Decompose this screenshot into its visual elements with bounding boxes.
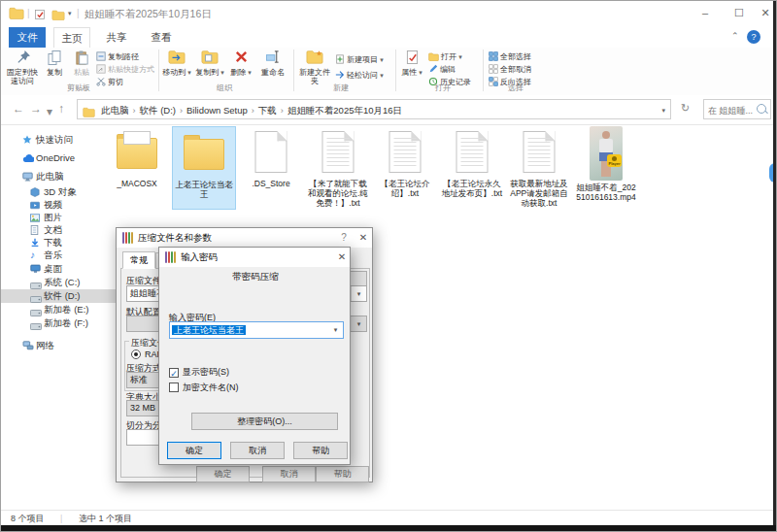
breadcrumb[interactable]: 此电脑›软件 (D:)›Bilidown Setup›下载›姐姐睡不着2025年…: [77, 99, 671, 119]
minimize-button[interactable]: –: [691, 1, 720, 24]
file-tile-laowang-folder[interactable]: 上老王论坛当老王: [172, 126, 236, 210]
easy-access-button[interactable]: 轻松访问 ▾: [335, 69, 391, 82]
copy-path-button[interactable]: 复制路径: [96, 50, 156, 63]
password-help-button[interactable]: 帮助: [293, 442, 348, 459]
folder-open-icon: [117, 138, 157, 169]
rar-cancel-button[interactable]: 取消: [262, 466, 316, 482]
sidebar-item-drive-d[interactable]: 软件 (D:): [1, 289, 116, 303]
qat-separator2: |: [77, 8, 80, 18]
select-all-button[interactable]: 全部选择: [489, 50, 543, 63]
network-icon: [22, 341, 34, 354]
profile-dropdown-icon[interactable]: ▾: [351, 316, 366, 331]
sidebar-item-videos[interactable]: 视频: [1, 198, 116, 212]
rar-tab-general[interactable]: 常规: [122, 251, 155, 269]
group-separator: [483, 50, 484, 91]
password-close-icon[interactable]: ✕: [332, 248, 352, 266]
show-password-checkbox[interactable]: ✓显示密码(S): [169, 366, 229, 379]
crumb-this-pc[interactable]: 此电脑: [101, 105, 129, 116]
tab-view[interactable]: 查看: [143, 27, 180, 48]
password-dialog: 输入密码 ✕ 带密码压缩 输入密码(E) 上老王论坛当老王 ▾ ✓显示密码(S)…: [158, 247, 351, 465]
drive-f-icon: [30, 320, 42, 334]
rename-icon: [256, 50, 289, 68]
sidebar-item-downloads[interactable]: 下载: [1, 236, 116, 249]
title-bar: | ▾ | 姐姐睡不着2025年10月16日 – ☐ ✕: [1, 1, 776, 27]
organize-passwords-button[interactable]: 整理密码(O)...: [191, 413, 338, 430]
rar-help-button[interactable]: 帮助: [316, 466, 369, 482]
sidebar-item-drive-e[interactable]: 新加卷 (E:): [1, 303, 116, 316]
ribbon-tab-row: 文件 主页 共享 查看 ⌃ ?: [1, 27, 776, 49]
password-dialog-titlebar: 输入密码 ✕: [159, 248, 350, 267]
search-box[interactable]: [703, 99, 771, 119]
group-separator: [293, 50, 294, 91]
sidebar-item-quick-access[interactable]: 快速访问: [1, 133, 116, 147]
move-to-button[interactable]: 移动到 ▾: [162, 49, 191, 89]
copy-to-icon: [195, 50, 224, 68]
onedrive-icon: [22, 153, 34, 167]
open-button[interactable]: 打开 ▾: [428, 50, 477, 63]
file-tile-txt-4[interactable]: 获取最新地址及APP请发邮箱自动获取.txt: [507, 126, 571, 210]
select-none-button[interactable]: 全部取消: [489, 63, 543, 76]
edit-button[interactable]: 编辑: [428, 63, 477, 76]
group-separator: [158, 50, 159, 91]
pin-to-quick-access-button[interactable]: 固定到快速访问: [5, 49, 40, 89]
sidebar-item-drive-f[interactable]: 新加卷 (F:): [1, 316, 116, 330]
crumb-downloads[interactable]: 下载: [258, 105, 277, 116]
screen-bottom-edge: [1, 525, 776, 532]
paste-shortcut-button[interactable]: 粘贴快捷方式: [96, 63, 156, 76]
sidebar-item-music[interactable]: ♪ 音乐: [1, 249, 116, 262]
encrypt-names-checkbox[interactable]: 加密文件名(N): [169, 382, 239, 394]
qat-new-folder-icon[interactable]: [51, 7, 65, 24]
tab-share[interactable]: 共享: [98, 27, 135, 48]
file-name: 获取最新地址及APP请发邮箱自动获取.txt: [507, 179, 571, 208]
delete-dropdown: ▾: [248, 69, 252, 76]
sidebar-item-network[interactable]: 网络: [1, 339, 116, 352]
sidebar-item-pictures[interactable]: 图片: [1, 211, 116, 224]
file-tile-dsstore[interactable]: .DS_Store: [239, 126, 303, 210]
qat-properties-icon[interactable]: [34, 7, 46, 24]
sidebar-item-desktop[interactable]: 桌面: [1, 262, 116, 276]
address-dropdown-icon[interactable]: ▾: [661, 107, 665, 115]
text-file-icon: [524, 131, 556, 173]
crumb-current[interactable]: 姐姐睡不着2025年10月16日: [287, 105, 402, 116]
sidebar-item-this-pc[interactable]: 此电脑: [1, 170, 116, 183]
password-input[interactable]: 上老王论坛当老王 ▾: [169, 321, 344, 339]
new-item-dropdown: ▾: [380, 56, 384, 63]
qat-dropdown-icon[interactable]: ▾: [68, 10, 72, 17]
refresh-icon[interactable]: ↻: [681, 102, 690, 115]
file-tile-video[interactable]: Player 姐姐睡不着_202510161613.mp4: [574, 126, 638, 210]
file-tile-txt-3[interactable]: 【老王论坛永久地址发布页】.txt: [440, 126, 504, 210]
forward-icon[interactable]: →: [30, 102, 42, 116]
sidebar-item-documents[interactable]: 文档: [1, 223, 116, 237]
delete-icon: [228, 50, 253, 68]
sidebar-item-3d-objects[interactable]: 3D 对象: [1, 185, 116, 199]
rename-button[interactable]: 重命名: [256, 49, 289, 89]
search-input[interactable]: [708, 106, 757, 116]
rar-help-icon[interactable]: ?: [334, 228, 354, 247]
back-icon[interactable]: ←: [13, 102, 24, 116]
winrar-icon: [122, 232, 134, 244]
crumb-drive-d[interactable]: 软件 (D:): [140, 105, 176, 116]
maximize-button[interactable]: ☐: [725, 1, 754, 24]
password-ok-button[interactable]: 确定: [167, 442, 221, 459]
help-icon[interactable]: ?: [747, 30, 760, 44]
rar-close-icon[interactable]: ✕: [354, 228, 373, 247]
sidebar-item-drive-c[interactable]: 系统 (C:): [1, 276, 116, 289]
tab-home[interactable]: 主页: [53, 27, 90, 48]
collapse-ribbon-icon[interactable]: ⌃: [731, 31, 739, 41]
up-icon[interactable]: ↑: [58, 102, 64, 116]
file-tile-txt-2[interactable]: 【老王论坛介绍】.txt: [373, 126, 437, 210]
archive-name-dropdown-icon[interactable]: ▾: [351, 286, 366, 301]
new-item-button[interactable]: 新建项目 ▾: [335, 53, 391, 66]
crumb-bilidown[interactable]: Bilidown Setup: [186, 105, 248, 116]
file-tile-macosx[interactable]: _MACOSX: [105, 126, 169, 210]
easy-access-dropdown: ▾: [380, 72, 384, 79]
recent-dropdown-icon[interactable]: ▾: [47, 105, 52, 118]
password-dropdown-icon[interactable]: ▾: [328, 322, 343, 338]
password-cancel-button[interactable]: 取消: [230, 442, 285, 459]
rar-ok-button[interactable]: 确定: [196, 466, 250, 482]
folder-icon: [184, 139, 224, 170]
tab-file[interactable]: 文件: [9, 27, 46, 48]
sidebar-item-onedrive[interactable]: OneDrive: [1, 151, 116, 165]
file-tile-txt-1[interactable]: 【来了就能下载和观看的论坛.纯免费！】.txt: [306, 126, 370, 210]
select-group-label: 选择: [487, 83, 545, 93]
